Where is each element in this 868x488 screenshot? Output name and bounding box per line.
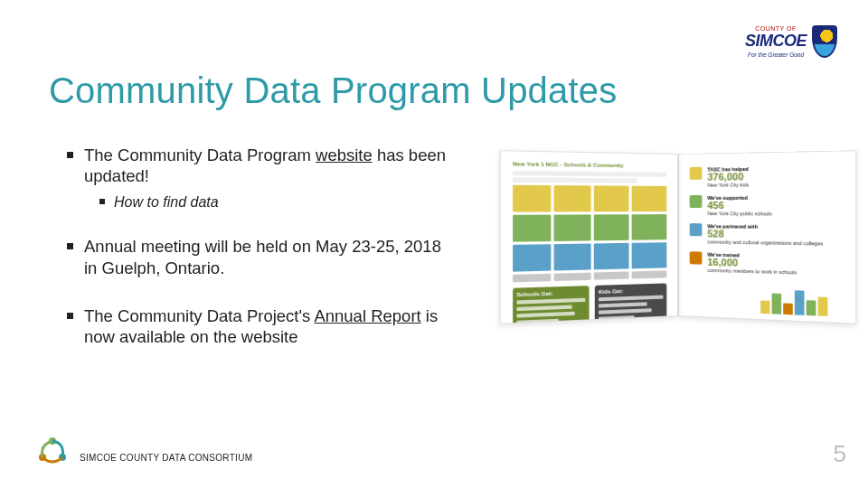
stat-1-tail: New York City kids <box>707 182 749 187</box>
annual-report-link[interactable]: Annual Report <box>314 306 420 325</box>
annual-report-image: New York 1 NGC ‑ Schools & Community Sch… <box>488 154 868 343</box>
logo-overline: COUNTY OF <box>755 25 797 32</box>
simcoe-logo-text: COUNTY OF SIMCOE For the Greater Good <box>745 25 807 58</box>
bullet-3-text: The Community Data Project's Annual Repo… <box>84 305 456 347</box>
simcoe-logo: COUNTY OF SIMCOE For the Greater Good <box>729 16 837 67</box>
footer-text: SIMCOE COUNTY DATA CONSORTIUM <box>80 453 252 463</box>
stat-icon <box>690 167 703 180</box>
stat-3: We've partnered with 528 community and c… <box>690 223 844 247</box>
square-bullet-icon <box>67 313 73 319</box>
bullet-1-sub-text: How to find data <box>114 193 219 211</box>
bullet-1-text: The Community Data Program website has b… <box>84 145 456 186</box>
body-content: The Community Data Program website has b… <box>67 145 456 374</box>
website-link[interactable]: website <box>316 145 373 164</box>
slide: COUNTY OF SIMCOE For the Greater Good Co… <box>0 0 868 488</box>
bullet-3-pre: The Community Data Project's <box>84 306 314 325</box>
bullet-1-sub: How to find data <box>99 193 456 211</box>
shield-crest-icon <box>812 25 837 58</box>
page-number: 5 <box>834 440 846 468</box>
stat-1-number: 376,000 <box>707 172 749 183</box>
bullet-2-text: Annual meeting will be held on May 23-25… <box>84 236 456 277</box>
bullet-1-pre: The Community Data Program <box>84 145 316 164</box>
bullet-2: Annual meeting will be held on May 23-25… <box>67 236 456 277</box>
stat-2: We've supported 456 New York City public… <box>690 195 844 218</box>
logo-wordmark: SIMCOE <box>745 32 807 51</box>
stat-2-number: 456 <box>707 201 772 211</box>
stat-icon <box>690 252 703 265</box>
stat-1: TASC has helped 376,000 New York City ki… <box>690 164 844 188</box>
card-schools-get: Schools Get: <box>513 286 590 324</box>
open-book-icon: New York 1 NGC ‑ Schools & Community Sch… <box>488 154 868 343</box>
skyline-icon <box>760 286 847 317</box>
logo-tagline: For the Greater Good <box>748 52 804 58</box>
stat-icon <box>690 195 703 208</box>
bullet-1: The Community Data Program website has b… <box>67 145 456 186</box>
card-a-title: Schools Get: <box>516 289 585 297</box>
book-right-page: TASC has helped 376,000 New York City ki… <box>678 150 856 324</box>
card-b-title: Kids Get: <box>599 287 663 296</box>
slide-title: Community Data Program Updates <box>49 70 617 111</box>
bullet-3: The Community Data Project's Annual Repo… <box>67 305 456 347</box>
stat-2-tail: New York City public schools <box>707 211 772 216</box>
stat-3-tail: community and cultural organizations and… <box>707 239 823 247</box>
square-bullet-icon <box>67 243 73 249</box>
left-page-heading: New York 1 NGC ‑ Schools & Community <box>513 161 666 169</box>
stat-4-tail: community members to work in schools <box>707 267 797 276</box>
square-bullet-icon <box>99 199 105 204</box>
stat-4: We've trained 16,000 community members t… <box>690 252 844 277</box>
square-bullet-icon <box>67 152 73 158</box>
card-kids-get: Kids Get: <box>595 283 667 324</box>
book-left-page: New York 1 NGC ‑ Schools & Community Sch… <box>500 150 678 324</box>
stat-icon <box>690 223 703 236</box>
consortium-logo-icon <box>34 432 71 468</box>
